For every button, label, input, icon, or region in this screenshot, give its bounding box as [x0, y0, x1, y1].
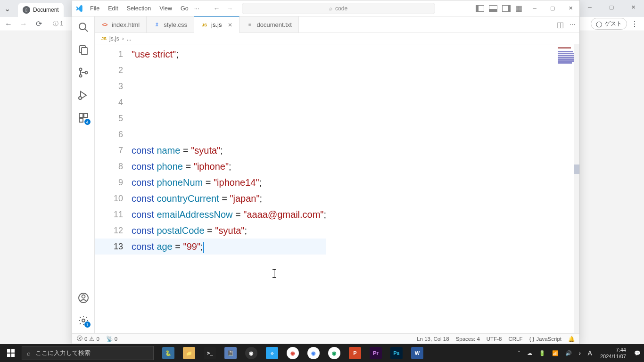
browser-minimize[interactable]: ─	[579, 0, 601, 14]
menu-edit[interactable]: Edit	[104, 3, 122, 14]
editor[interactable]: 1"use strict";234567const name = "syuta"…	[95, 44, 579, 333]
search-icon[interactable]	[77, 21, 90, 33]
extensions-icon[interactable]: 4	[77, 112, 90, 124]
scrollbar[interactable]	[574, 44, 579, 333]
tray-overflow[interactable]: ˄	[514, 344, 524, 362]
status-spaces[interactable]: Spaces: 4	[456, 336, 480, 342]
settings-icon[interactable]: 1	[77, 314, 90, 327]
code-line[interactable]: 11const emailAddressNow = "aaaa@gmail.co…	[95, 206, 326, 222]
code-line[interactable]: 4	[95, 94, 326, 110]
omnibox[interactable]: ⓘ 1	[53, 20, 63, 28]
svg-rect-16	[7, 354, 10, 357]
layout-sidebar-left-icon[interactable]	[476, 5, 484, 12]
tray-onedrive-icon[interactable]: ☁	[524, 344, 536, 362]
app-powerpoint[interactable]: P	[345, 344, 365, 362]
app-python[interactable]: 🐍	[158, 344, 178, 362]
profile-button[interactable]: ◯ ゲスト	[591, 18, 627, 30]
status-errors[interactable]: ⓧ 0 ⚠ 0	[77, 335, 99, 342]
vscode-logo-icon	[72, 4, 86, 13]
layout-sidebar-right-icon[interactable]	[502, 5, 511, 12]
ext-badge: 4	[84, 119, 91, 125]
js-file-icon: JS	[101, 36, 107, 41]
tab-index-html[interactable]: <>index.html	[95, 16, 147, 33]
status-encoding[interactable]: UTF-8	[487, 336, 502, 342]
accounts-icon[interactable]	[77, 292, 90, 304]
svg-rect-17	[11, 354, 15, 357]
code-line[interactable]: 3	[95, 78, 326, 94]
browser-maximize[interactable]: ▢	[601, 0, 622, 14]
app-chrome2[interactable]: ◉	[304, 344, 323, 362]
taskbar-search[interactable]: ⌕ ここに入力して検索	[22, 346, 154, 360]
app-obs[interactable]: ◉	[241, 344, 261, 362]
tray-ime-letter[interactable]: A	[585, 344, 595, 362]
vscode-minimize[interactable]: ─	[526, 0, 544, 16]
menu-selection[interactable]: Selection	[123, 3, 155, 14]
app-explorer[interactable]: 📁	[179, 344, 199, 362]
status-ports[interactable]: 📡 0	[106, 336, 117, 342]
start-button[interactable]	[0, 344, 22, 362]
menu-go[interactable]: Go	[177, 3, 192, 14]
app-terminal[interactable]: >_	[200, 344, 220, 362]
forward-button[interactable]: →	[19, 20, 28, 28]
code-line[interactable]: 5	[95, 110, 326, 126]
app-photoshop[interactable]: Ps	[387, 344, 406, 362]
browser-tab[interactable]: 𖧹 Document	[18, 3, 64, 17]
notifications-icon[interactable]: 🔔	[568, 336, 575, 342]
code-line[interactable]: 13const age = "99";	[95, 239, 326, 255]
tab-dropdown[interactable]: ⌄	[0, 4, 14, 13]
code-line[interactable]: 8const phone = "iphone";	[95, 158, 326, 174]
app-word[interactable]: W	[407, 344, 427, 362]
app-notes[interactable]: 📓	[221, 344, 240, 362]
code-line[interactable]: 2	[95, 62, 326, 78]
breadcrumb[interactable]: JS js.js › ...	[95, 33, 579, 44]
app-vscode[interactable]: ⟐	[262, 344, 282, 362]
menu-more[interactable]: ···	[194, 5, 199, 12]
code-line[interactable]: 12const postalCode = "syuta";	[95, 222, 326, 239]
vscode-titlebar[interactable]: FileEditSelectionViewGo ··· ← → ⌕ code ▦…	[72, 0, 579, 16]
app-chrome3[interactable]: ◉	[324, 344, 344, 362]
vscode-window: FileEditSelectionViewGo ··· ← → ⌕ code ▦…	[72, 0, 580, 344]
tray-ime-mode[interactable]: ♪	[575, 344, 585, 362]
explorer-icon[interactable]	[77, 44, 90, 56]
nav-back[interactable]: ←	[214, 5, 220, 12]
action-center-icon[interactable]: 💬	[631, 344, 644, 362]
tab-document-txt[interactable]: ≡document.txt	[239, 16, 298, 33]
code-line[interactable]: 7const name = "syuta";	[95, 142, 326, 158]
code-line[interactable]: 6	[95, 126, 326, 142]
settings-badge: 1	[84, 321, 91, 328]
browser-menu[interactable]: ⋮	[631, 19, 638, 28]
nav-forward[interactable]: →	[227, 5, 233, 12]
browser-close[interactable]: ✕	[622, 0, 644, 14]
vscode-close[interactable]: ✕	[561, 0, 579, 16]
split-editor-icon[interactable]: ◫	[557, 20, 564, 29]
tray-wifi-icon[interactable]: 📶	[549, 344, 562, 362]
layout-panel-icon[interactable]	[489, 5, 497, 12]
tray-clock[interactable]: 7:44 2024/11/07	[595, 346, 631, 360]
reload-button[interactable]: ⟳	[34, 19, 43, 28]
command-center[interactable]: ⌕ code	[242, 3, 435, 14]
tab-js-js[interactable]: JSjs.js✕	[194, 16, 239, 33]
vscode-maximize[interactable]: ▢	[544, 0, 561, 16]
status-lncol[interactable]: Ln 13, Col 18	[417, 336, 449, 342]
menu-view[interactable]: View	[156, 3, 176, 14]
tab-actions-more[interactable]: ···	[570, 20, 576, 29]
status-lang[interactable]: { } JavaScript	[529, 336, 561, 342]
code-line[interactable]: 10const countryCurrent = "japan";	[95, 190, 326, 206]
tray-volume-icon[interactable]: 🔊	[562, 344, 575, 362]
code-line[interactable]: 1"use strict";	[95, 46, 326, 62]
close-icon[interactable]: ✕	[228, 22, 232, 28]
source-control-icon[interactable]	[77, 66, 90, 79]
run-debug-icon[interactable]	[77, 89, 90, 101]
app-premiere[interactable]: Pr	[366, 344, 386, 362]
app-chrome1[interactable]: ◉	[283, 344, 303, 362]
tab-style-css[interactable]: #style.css	[147, 16, 194, 33]
menu-file[interactable]: File	[86, 3, 103, 14]
layout-customize-icon[interactable]: ▦	[515, 5, 524, 12]
layout-controls[interactable]: ▦	[476, 5, 524, 12]
svg-point-0	[79, 23, 86, 30]
tray-battery-icon[interactable]: 🔋	[536, 344, 549, 362]
status-eol[interactable]: CRLF	[508, 336, 522, 342]
code-line[interactable]: 9const phoneNum = "iphone14";	[95, 174, 326, 190]
back-button[interactable]: ←	[4, 20, 13, 28]
svg-rect-8	[79, 114, 83, 117]
